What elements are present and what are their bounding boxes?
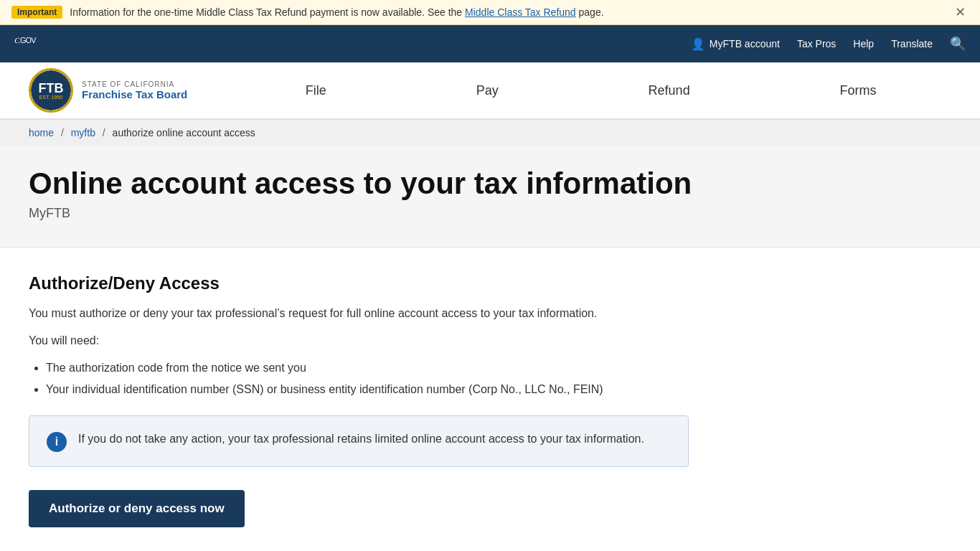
translate-link[interactable]: Translate — [891, 38, 933, 50]
alert-badge: Important — [11, 6, 62, 19]
nav-pay[interactable]: Pay — [462, 76, 513, 105]
myfib-account-link[interactable]: 👤 MyFTB account — [691, 37, 780, 51]
main-content: Authorize/Deny Access You must authorize… — [0, 248, 717, 551]
intro-text: You must authorize or deny your tax prof… — [29, 305, 689, 322]
ftb-logo-circle: FTB EST. 1950 — [29, 68, 73, 113]
search-button[interactable]: 🔍 — [950, 36, 966, 52]
info-icon: i — [47, 432, 67, 452]
breadcrumb-sep-2: / — [103, 127, 105, 138]
ftb-logo[interactable]: FTB EST. 1950 STATE OF CALIFORNIA Franch… — [29, 68, 187, 113]
list-item: The authorization code from the notice w… — [46, 359, 689, 377]
alert-close-button[interactable]: ✕ — [952, 6, 969, 19]
alert-refund-link[interactable]: Middle Class Tax Refund — [465, 6, 576, 18]
page-title: Online account access to your tax inform… — [29, 167, 951, 200]
alert-banner: Important Information for the one-time M… — [0, 0, 980, 25]
needs-list: The authorization code from the notice w… — [46, 359, 689, 398]
info-box-text: If you do not take any action, your tax … — [78, 430, 644, 448]
breadcrumb-myftb[interactable]: myftb — [71, 127, 95, 138]
nav-refund[interactable]: Refund — [634, 76, 705, 105]
tax-pros-link[interactable]: Tax Pros — [797, 38, 836, 50]
breadcrumb-home[interactable]: home — [29, 127, 54, 138]
needs-label: You will need: — [29, 332, 689, 349]
page-header: Online account access to your tax inform… — [0, 146, 980, 248]
main-header: FTB EST. 1950 STATE OF CALIFORNIA Franch… — [0, 62, 980, 120]
authorize-deny-button[interactable]: Authorize or deny access now — [29, 490, 245, 527]
top-nav: 𝐶.GOV 👤 MyFTB account Tax Pros Help Tran… — [0, 25, 980, 62]
info-box: i If you do not take any action, your ta… — [29, 415, 689, 467]
nav-forms[interactable]: Forms — [826, 76, 891, 105]
top-nav-links: 👤 MyFTB account Tax Pros Help Translate … — [691, 36, 966, 52]
breadcrumb: home / myftb / authorize online account … — [0, 120, 980, 146]
page-subtitle: MyFTB — [29, 206, 951, 221]
section-title: Authorize/Deny Access — [29, 273, 689, 293]
help-link[interactable]: Help — [853, 38, 874, 50]
nav-file[interactable]: File — [291, 76, 341, 105]
person-icon: 👤 — [691, 37, 705, 51]
breadcrumb-current: authorize online account access — [113, 127, 255, 138]
breadcrumb-sep-1: / — [61, 127, 64, 138]
list-item: Your individual identification number (S… — [46, 381, 689, 398]
main-navigation: File Pay Refund Forms — [230, 76, 951, 105]
ca-gov-logo: 𝐶.GOV — [14, 34, 36, 53]
alert-text: Information for the one-time Middle Clas… — [70, 6, 945, 18]
